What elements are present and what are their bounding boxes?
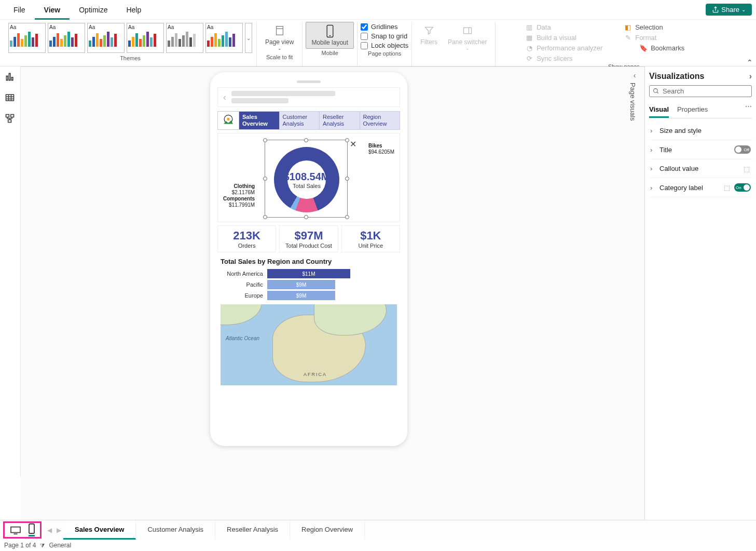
pane-switcher-button[interactable]: Pane switcher⌄ <box>443 22 492 53</box>
svg-rect-15 <box>10 115 13 117</box>
back-icon[interactable]: ‹ <box>223 92 226 103</box>
phone-speaker <box>297 80 321 83</box>
table-view-icon[interactable] <box>5 92 16 104</box>
svg-rect-4 <box>463 28 471 34</box>
svg-rect-8 <box>11 77 13 80</box>
chevron-right-icon: › <box>650 127 656 135</box>
skeleton-line <box>231 98 288 103</box>
format-callout-label: Callout value <box>659 165 698 172</box>
category-toggle[interactable]: On <box>734 183 751 192</box>
theme-swatch[interactable]: Aa <box>127 23 164 53</box>
model-view-icon[interactable] <box>5 113 16 125</box>
kpi-price[interactable]: $1KUnit Price <box>341 225 400 252</box>
more-options[interactable]: ⋯ <box>745 102 752 118</box>
filters-button[interactable]: Filters <box>415 22 443 53</box>
close-icon[interactable]: ✕ <box>350 139 356 149</box>
build-icon: ▦ <box>525 33 533 42</box>
pane-build[interactable]: ▦Build a visual <box>525 33 608 42</box>
pane-data[interactable]: ▥Data <box>525 23 608 31</box>
page-options-label: Page options <box>368 49 401 58</box>
mobile-tabs: Sales Overview Customer Analysis Reselle… <box>217 111 400 130</box>
page-view-button[interactable]: Page view⌄ <box>260 22 299 53</box>
format-icon: ✎ <box>624 33 632 42</box>
theme-swatch[interactable]: Aa <box>8 23 46 53</box>
vpane-tabs: Visual Properties ⋯ <box>649 102 752 118</box>
page-tab-customer[interactable]: Customer Analysis <box>136 520 215 540</box>
menu-help[interactable]: Help <box>117 0 150 20</box>
page-tab-reseller[interactable]: Reseller Analysis <box>215 520 290 540</box>
mobile-tab-reseller[interactable]: Reseller Analysis <box>319 112 360 129</box>
donut-center-value: $108.54M <box>284 171 330 183</box>
themes-group-label: Themes <box>120 54 141 62</box>
report-view-icon[interactable] <box>5 72 16 83</box>
format-callout[interactable]: ›Callout value⬚ <box>649 159 752 178</box>
tab-scroll-left[interactable]: ◀ <box>45 520 54 540</box>
menu-file[interactable]: File <box>4 0 35 20</box>
page-icon <box>273 24 286 37</box>
svg-point-18 <box>227 118 229 120</box>
mobile-layout-button[interactable]: Mobile layout <box>306 22 354 49</box>
page-tab-sales-overview[interactable]: Sales Overview <box>63 520 136 540</box>
snap-checkbox[interactable]: Snap to grid <box>361 32 408 40</box>
kpi-cost[interactable]: $97MTotal Product Cost <box>279 225 338 252</box>
kpi-orders[interactable]: 213KOrders <box>217 225 276 252</box>
lock-checkbox[interactable]: Lock objects <box>361 42 408 49</box>
share-button[interactable]: Share ⌄ <box>706 4 752 16</box>
format-title[interactable]: ›TitleOff <box>649 140 752 159</box>
data-icon: ▥ <box>525 23 533 31</box>
menu-view[interactable]: View <box>35 0 70 20</box>
pane-format[interactable]: ✎Format <box>624 33 707 42</box>
bar-row: North America$11M <box>221 269 397 278</box>
pane-sync[interactable]: ⟳Sync slicers <box>525 54 608 62</box>
chevron-right-icon[interactable]: › <box>749 72 752 81</box>
themes-dropdown[interactable]: ⌄ <box>245 23 252 53</box>
tab-visual[interactable]: Visual <box>649 102 669 118</box>
theme-swatch[interactable]: Aa <box>48 23 85 53</box>
ribbon-collapse-toggle[interactable]: ⌃ <box>747 58 753 66</box>
page-visuals-pane-collapsed[interactable]: ‹ Page visuals <box>629 71 640 154</box>
mobile-layout-icon[interactable] <box>29 523 35 536</box>
share-label: Share <box>721 6 739 14</box>
theme-swatch[interactable]: Aa <box>205 23 243 53</box>
gridlines-label: Gridlines <box>371 23 397 31</box>
lock-label: Lock objects <box>371 42 408 49</box>
pane-bookmarks[interactable]: 🔖Bookmarks <box>639 44 722 52</box>
fx-icon[interactable]: ⬚ <box>744 165 751 172</box>
status-page: Page 1 of 4 <box>4 542 36 549</box>
mobile-preview: ‹ Sales Overview Customer Analysis Resel… <box>210 72 407 446</box>
tab-scroll-right[interactable]: ▶ <box>54 520 63 540</box>
status-general: General <box>49 542 71 549</box>
mobile-tab-region[interactable]: Region Overview <box>360 112 400 129</box>
filter-icon[interactable]: ⧩ <box>40 542 45 549</box>
pane-data-label: Data <box>537 23 551 31</box>
fx-icon[interactable]: ⬚ <box>724 184 731 191</box>
tab-properties[interactable]: Properties <box>677 102 708 118</box>
bar-segment: $11M <box>267 269 350 278</box>
title-toggle[interactable]: Off <box>734 145 751 154</box>
skeleton-line <box>231 91 335 96</box>
pane-perf[interactable]: ◔Performance analyzer <box>525 44 608 52</box>
map-visual[interactable]: Atlantic Ocean AFRICA <box>221 304 397 385</box>
theme-swatch[interactable]: Aa <box>166 23 203 53</box>
pane-selection[interactable]: ◧Selection <box>624 23 707 31</box>
donut-visual[interactable]: ✕ $108.54M Total Sales Bikes$94.6205M Cl… <box>217 133 400 222</box>
donut-chart: $108.54M Total Sales <box>274 147 339 212</box>
page-tab-region[interactable]: Region Overview <box>290 520 365 540</box>
format-category-label: Category label <box>659 184 703 192</box>
scale-group-label: Scale to fit <box>266 53 293 61</box>
desktop-layout-icon[interactable] <box>10 526 21 535</box>
bar-chart[interactable]: North America$11MPacific$9MEurope$9M <box>217 269 400 300</box>
bookmark-icon: 🔖 <box>639 44 648 52</box>
pane-perf-label: Performance analyzer <box>537 44 602 52</box>
mobile-tab-customer[interactable]: Customer Analysis <box>279 112 320 129</box>
menu-optimize[interactable]: Optimize <box>70 0 117 20</box>
format-category[interactable]: ›Category label⬚On <box>649 178 752 197</box>
format-size-style[interactable]: ›Size and style <box>649 122 752 140</box>
mobile-tab-sales-overview[interactable]: Sales Overview <box>239 112 279 129</box>
theme-swatch[interactable]: Aa <box>87 23 125 53</box>
bar-segment: $9M <box>267 291 335 300</box>
search-input[interactable]: Search <box>649 85 752 97</box>
bar-row: Europe$9M <box>221 291 397 300</box>
gridlines-checkbox[interactable]: Gridlines <box>361 23 408 31</box>
kpi-orders-label: Orders <box>218 243 276 249</box>
